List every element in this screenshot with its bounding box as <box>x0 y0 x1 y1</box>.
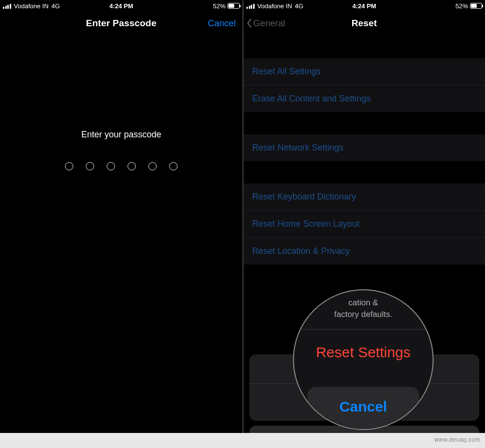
magnified-reset-settings-button[interactable]: Reset Settings <box>294 330 433 380</box>
signal-icon <box>3 3 11 9</box>
passcode-dot <box>86 162 94 170</box>
passcode-dot <box>148 162 157 170</box>
battery-icon <box>470 3 482 9</box>
status-bar: Vodafone IN 4G 4:24 PM 52% <box>243 0 485 11</box>
reset-group-2: Reset Network Settings <box>243 134 485 161</box>
passcode-dot <box>107 162 115 170</box>
passcode-dot <box>65 162 73 170</box>
reset-keyboard-dictionary[interactable]: Reset Keyboard Dictionary <box>243 183 485 211</box>
back-button[interactable]: General <box>246 11 285 36</box>
back-label: General <box>253 18 285 29</box>
reset-network-settings[interactable]: Reset Network Settings <box>243 134 485 161</box>
reset-group-3: Reset Keyboard Dictionary Reset Home Scr… <box>243 183 485 265</box>
reset-location-privacy[interactable]: Reset Location & Privacy <box>243 238 485 265</box>
battery-icon <box>227 3 240 9</box>
cancel-button[interactable]: Cancel <box>208 11 236 36</box>
passcode-dot <box>169 162 178 170</box>
magnifier-highlight-icon: cation & factory defaults. Reset Setting… <box>293 289 434 430</box>
signal-icon <box>246 3 255 9</box>
nav-bar-reset: General Reset <box>243 11 485 36</box>
network-label: 4G <box>295 2 303 10</box>
watermark: www.deuaq.com <box>434 436 480 443</box>
reset-group-1: Reset All Settings Erase All Content and… <box>243 58 485 112</box>
reset-home-screen-layout[interactable]: Reset Home Screen Layout <box>243 211 485 238</box>
battery-percent: 52% <box>213 2 226 10</box>
battery-percent: 52% <box>455 2 468 10</box>
nav-title: Reset <box>352 18 377 29</box>
chevron-back-icon <box>246 18 252 28</box>
passcode-dot <box>128 162 136 170</box>
status-bar: Vodafone IN 4G 4:24 PM 52% <box>0 0 242 11</box>
nav-bar-passcode: Enter Passcode Cancel <box>0 11 242 36</box>
phone-left: Vodafone IN 4G 4:24 PM 52% Enter Passcod… <box>0 0 242 433</box>
nav-title: Enter Passcode <box>86 18 156 29</box>
carrier-label: Vodafone IN <box>14 2 49 10</box>
passcode-dots[interactable] <box>0 162 242 170</box>
network-label: 4G <box>51 2 60 10</box>
carrier-label: Vodafone IN <box>258 2 292 10</box>
reset-all-settings[interactable]: Reset All Settings <box>243 58 485 85</box>
erase-all-content[interactable]: Erase All Content and Settings <box>243 85 485 112</box>
passcode-instruction: Enter your passcode <box>0 130 242 140</box>
